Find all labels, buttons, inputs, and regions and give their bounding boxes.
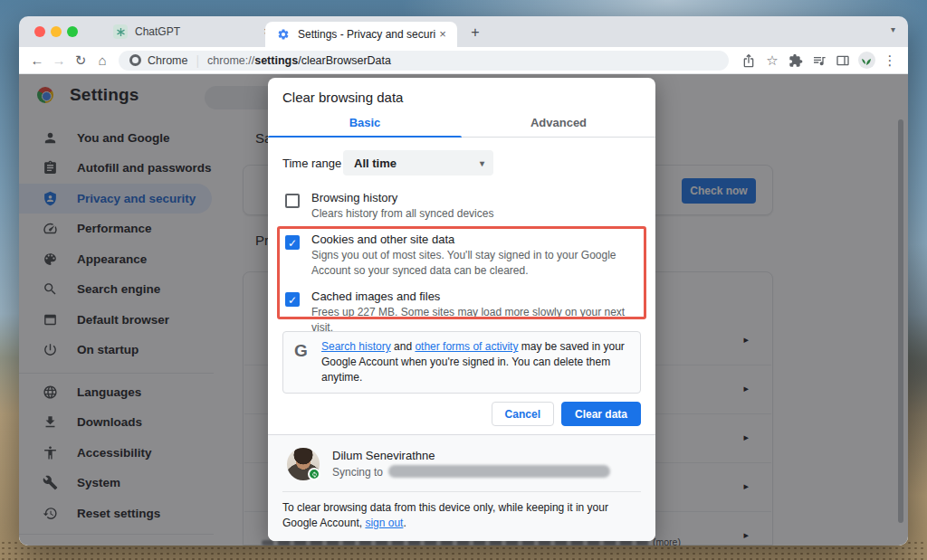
dialog-title: Clear browsing data [282, 90, 403, 105]
time-range-value: All time [354, 157, 397, 170]
tab-overflow-chevron-icon[interactable]: ▾ [891, 24, 895, 34]
address-bar[interactable]: Chrome | chrome://settings/clearBrowserD… [119, 51, 729, 71]
cached-images-checkbox[interactable]: ✓ [285, 292, 300, 307]
new-tab-button[interactable]: + [466, 24, 484, 42]
checkbox-description: Signs you out of most sites. You'll stay… [311, 248, 641, 279]
tab-close-icon[interactable]: × [435, 27, 450, 42]
origin-label: Chrome [148, 54, 187, 67]
time-range-select[interactable]: All time ▾ [343, 150, 493, 176]
home-button[interactable]: ⌂ [91, 50, 113, 71]
clear-browsing-data-dialog: Clear browsing data Basic Advanced Time … [268, 78, 655, 541]
browser-window: ChatGPT × Settings - Privacy and securit… [19, 16, 908, 546]
tab-strip: ChatGPT × Settings - Privacy and securit… [19, 16, 908, 47]
tab-title: ChatGPT [135, 25, 260, 38]
chrome-origin-icon [129, 54, 141, 66]
notice-text: Search history and other forms of activi… [321, 339, 631, 385]
url-path: /clearBrowserData [298, 54, 391, 67]
sync-badge-icon [308, 468, 320, 480]
checkbox-row-cached-images: ✓ Cached images and files Frees up 227 M… [282, 289, 641, 336]
chatgpt-favicon-icon [113, 24, 128, 39]
tab-advanced[interactable]: Advanced [462, 112, 655, 137]
checkbox-label: Cached images and files [311, 289, 641, 303]
dialog-footer: Dilum Senevirathne Syncing to To clear b… [268, 434, 655, 541]
google-account-notice: G Search history and other forms of acti… [282, 331, 641, 394]
side-panel-icon[interactable] [832, 50, 854, 71]
profile-avatar-image [858, 52, 875, 69]
extensions-puzzle-icon[interactable] [785, 50, 807, 71]
search-history-link[interactable]: Search history [321, 340, 391, 353]
google-g-icon: G [294, 341, 314, 385]
address-separator: | [196, 53, 199, 68]
tab-chatgpt[interactable]: ChatGPT × [88, 16, 282, 47]
browser-toolbar: ← → ↻ ⌂ Chrome | chrome://settings/clear… [19, 47, 908, 74]
caret-down-icon: ▾ [480, 158, 484, 168]
tab-title: Settings - Privacy and security [298, 28, 435, 41]
cookies-checkbox[interactable]: ✓ [285, 235, 300, 250]
checkbox-row-browsing-history: Browsing history Clears history from all… [282, 191, 641, 222]
page-content: Settings You and Google Autofill and pas… [19, 74, 908, 546]
toolbar-actions: ☆ ⋮ [736, 50, 901, 71]
macos-minimize-button[interactable] [51, 26, 62, 37]
browser-menu-icon[interactable]: ⋮ [879, 50, 901, 71]
redacted-email [388, 465, 610, 478]
time-range-row: Time range All time ▾ [282, 150, 493, 176]
media-controls-icon[interactable] [808, 50, 830, 71]
checkbox-label: Cookies and other site data [311, 233, 641, 246]
profile-name: Dilum Senevirathne [332, 449, 435, 462]
bookmark-star-icon[interactable]: ☆ [761, 50, 783, 71]
sync-status-label: Syncing to [332, 466, 383, 479]
url-host: settings [254, 54, 298, 67]
checkbox-row-cookies: ✓ Cookies and other site data Signs you … [282, 233, 641, 279]
sign-out-link[interactable]: sign out [365, 517, 403, 529]
reload-button[interactable]: ↻ [70, 50, 91, 71]
tab-basic[interactable]: Basic [268, 112, 462, 137]
forward-button[interactable]: → [48, 50, 70, 71]
share-icon[interactable] [738, 50, 760, 71]
settings-gear-favicon-icon [276, 27, 291, 42]
url-scheme: chrome:// [207, 54, 254, 67]
checkbox-description: Clears history from all synced devices [311, 206, 641, 222]
macos-zoom-button[interactable] [67, 26, 78, 37]
time-range-label: Time range [282, 157, 343, 170]
macos-close-button[interactable] [34, 26, 45, 37]
other-activity-link[interactable]: other forms of activity [415, 340, 518, 353]
dialog-tabs: Basic Advanced [268, 112, 655, 138]
clear-data-button[interactable]: Clear data [561, 402, 641, 426]
tab-settings-privacy[interactable]: Settings - Privacy and security × [265, 22, 457, 47]
footer-divider [282, 491, 641, 492]
profile-avatar[interactable] [855, 50, 877, 71]
back-button[interactable]: ← [26, 50, 48, 71]
cancel-button[interactable]: Cancel [492, 402, 554, 426]
checkbox-label: Browsing history [311, 191, 641, 204]
browsing-history-checkbox[interactable] [285, 194, 300, 208]
dialog-buttons: Cancel Clear data [492, 402, 641, 426]
sign-out-footnote: To clear browsing data from this device … [282, 500, 643, 531]
url-text: chrome://settings/clearBrowserData [207, 54, 391, 67]
